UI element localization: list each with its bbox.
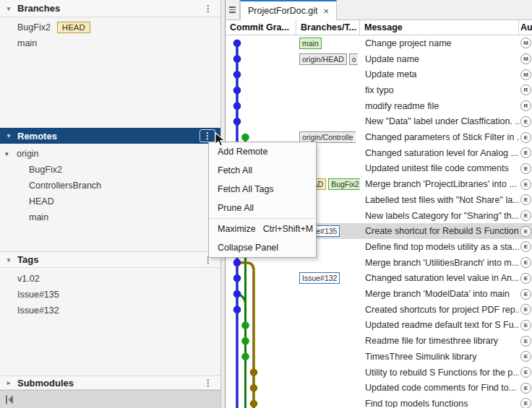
collapse-arrow-icon[interactable]: ▾ xyxy=(0,132,17,139)
author-cell: E xyxy=(519,210,532,221)
author-initial-badge: E xyxy=(520,320,531,331)
author-cell: E xyxy=(519,398,532,408)
commit-message: fix typo xyxy=(360,85,519,95)
author-initial-badge: E xyxy=(520,351,531,362)
menu-item-label: Add Remote xyxy=(218,147,267,157)
remotes-menu-icon[interactable]: ⋮ xyxy=(200,129,215,142)
submodules-menu-icon[interactable]: ⋮ xyxy=(201,377,215,389)
ref-badge: main xyxy=(299,38,322,49)
collapse-arrow-icon[interactable]: ▾ xyxy=(0,5,17,12)
branch-tag-badges-cell xyxy=(296,66,360,82)
branch-item[interactable]: BugFix2HEAD xyxy=(0,19,220,35)
panel-bottom-bar xyxy=(0,390,220,408)
menu-item-fetch-all-tags[interactable]: Fetch All Tags xyxy=(209,180,316,199)
commit-message: Merge branch 'UtilitiesBranch' into m... xyxy=(360,258,519,268)
commit-row[interactable]: modify readme fileR xyxy=(226,98,532,114)
remote-origin-label: origin xyxy=(17,149,39,159)
remote-branch-label: main xyxy=(29,212,48,222)
tab-bar: ProjectForDoc.git × xyxy=(226,0,532,20)
author-cell: E xyxy=(519,304,532,315)
branches-section-header[interactable]: ▾ Branches ⋮ xyxy=(0,0,220,17)
submodules-section-header[interactable]: ▸ Submodules ⋮ xyxy=(0,376,220,390)
remote-branch-item[interactable]: HEAD xyxy=(0,194,220,209)
remote-branch-item[interactable]: main xyxy=(0,209,220,225)
remotes-section-title: Remotes xyxy=(17,131,57,142)
author-cell: R xyxy=(519,100,532,111)
commit-row[interactable]: TimesThree Simulink libraryE xyxy=(226,349,532,365)
branches-list: BugFix2HEADmain xyxy=(0,17,220,128)
menu-divider xyxy=(209,218,316,219)
menu-item-prune-all[interactable]: Prune All xyxy=(209,199,316,217)
branch-item[interactable]: main xyxy=(0,35,220,51)
commit-message: Labelled test files with "Not Share" la.… xyxy=(360,195,519,205)
commit-row[interactable]: Update metaM xyxy=(226,66,532,82)
author-initial-badge: E xyxy=(520,210,531,221)
ref-badge: Issue#132 xyxy=(299,272,340,284)
menu-item-label: Maximize xyxy=(218,224,256,234)
panel-menu-icon[interactable] xyxy=(226,0,240,19)
column-message[interactable]: Message xyxy=(360,20,519,35)
commit-row[interactable]: Merge branch 'ModelData' into mainE xyxy=(226,286,532,302)
menu-item-maximize[interactable]: MaximizeCtrl+Shift+M xyxy=(209,220,316,238)
column-commit-graph[interactable]: Commit Gra... xyxy=(226,20,296,35)
tab-close-icon[interactable]: × xyxy=(324,6,330,16)
author-initial-badge: E xyxy=(520,398,531,408)
commit-message: Updated unitest file code comments xyxy=(360,163,519,173)
author-initial-badge: E xyxy=(520,116,531,127)
commit-message: Change project name xyxy=(360,38,519,48)
commit-row[interactable]: Created shortcuts for project PDF rep...… xyxy=(226,302,532,318)
commit-row[interactable]: origin/HEADoUpdate nameM xyxy=(226,51,532,67)
commit-message: Create shortcut for Rebuild S Functions xyxy=(360,226,519,236)
tag-item[interactable]: Issue#132 xyxy=(0,303,220,318)
commit-row[interactable]: mainChange project nameM xyxy=(226,35,532,51)
tag-item[interactable]: Issue#135 xyxy=(0,287,220,303)
author-cell: R xyxy=(519,84,532,95)
collapse-arrow-icon[interactable]: ▾ xyxy=(5,150,17,157)
branches-menu-icon[interactable]: ⋮ xyxy=(201,3,215,14)
branch-tag-badges-cell xyxy=(296,286,360,302)
ref-badge: o xyxy=(349,53,358,65)
author-cell: E xyxy=(519,336,532,347)
menu-item-collapse-panel[interactable]: Collapse Panel xyxy=(209,238,316,257)
table-header: Commit Gra... Branches/T... Message Au..… xyxy=(226,20,532,35)
commit-row[interactable]: Updated readme default text for S Fu...E xyxy=(226,318,532,334)
commit-row[interactable]: Find top models functionsE xyxy=(226,396,532,408)
commit-message: Changed parameters of Stick Filter in ..… xyxy=(360,132,519,142)
tag-item[interactable]: v1.02 xyxy=(0,271,220,287)
branch-tag-badges-cell: main xyxy=(296,35,360,51)
author-cell: E xyxy=(519,289,532,300)
branch-tag-badges-cell xyxy=(296,349,360,365)
author-cell: E xyxy=(519,367,532,378)
menu-item-label: Prune All xyxy=(218,203,254,213)
commit-row[interactable]: New "Data" label under Clasffication. ..… xyxy=(226,114,532,130)
column-branches-tags[interactable]: Branches/T... xyxy=(296,20,360,35)
tags-section-header[interactable]: ▾ Tags ⋮ xyxy=(0,251,220,268)
remotes-section-header[interactable]: ▾ Remotes ⋮ xyxy=(0,128,220,144)
branch-label: BugFix2 xyxy=(17,22,51,32)
expand-arrow-icon[interactable]: ▸ xyxy=(0,379,17,386)
remote-origin[interactable]: ▾ origin xyxy=(0,146,220,162)
branch-label: main xyxy=(17,38,37,48)
author-cell: E xyxy=(519,194,532,205)
tag-label: v1.02 xyxy=(17,274,40,284)
collapse-arrow-icon[interactable]: ▾ xyxy=(0,256,17,264)
tags-list: v1.02Issue#135Issue#132 xyxy=(0,268,220,376)
menu-item-shortcut: Ctrl+Shift+M xyxy=(263,224,313,234)
tab-projectfordoc-git[interactable]: ProjectForDoc.git × xyxy=(240,0,337,20)
menu-item-fetch-all[interactable]: Fetch All xyxy=(209,161,316,180)
author-initial-badge: E xyxy=(520,367,531,378)
remote-branch-item[interactable]: BugFix2 xyxy=(0,162,220,178)
commit-row[interactable]: Utility to rebuild S Functions for the p… xyxy=(226,365,532,381)
commit-row[interactable]: fix typoR xyxy=(226,82,532,98)
remotes-list: ▾ origin BugFix2ControllersBranchHEADmai… xyxy=(0,144,220,251)
commit-row[interactable]: Updated code comments for Find to...E xyxy=(226,380,532,396)
author-cell: E xyxy=(519,179,532,190)
commit-row[interactable]: Readme file for timesthree libraryE xyxy=(226,333,532,349)
author-cell: E xyxy=(519,226,532,237)
tag-label: Issue#135 xyxy=(17,290,59,300)
commit-row[interactable]: Issue#132Changed saturation level value … xyxy=(226,271,532,287)
remotes-context-menu: Add RemoteFetch AllFetch All TagsPrune A… xyxy=(208,142,317,258)
column-author[interactable]: Au... xyxy=(519,20,532,35)
collapse-left-icon[interactable] xyxy=(5,395,14,404)
remote-branch-item[interactable]: ControllersBranch xyxy=(0,178,220,194)
